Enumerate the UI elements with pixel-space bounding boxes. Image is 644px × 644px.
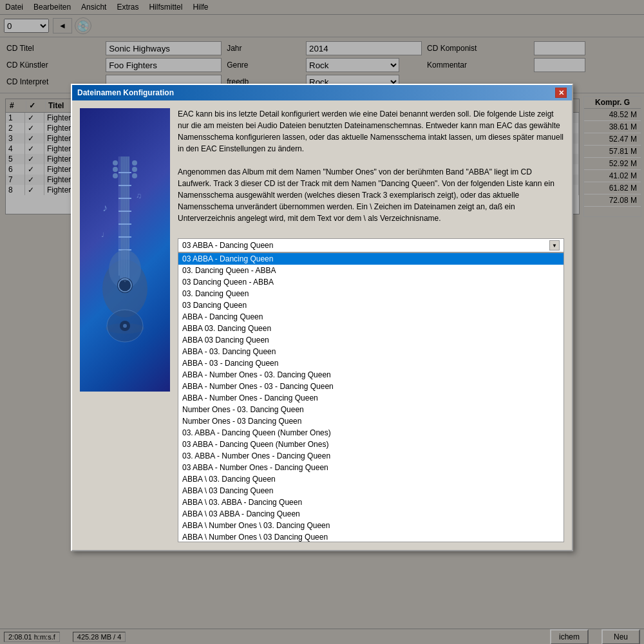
list-item[interactable]: ABBA - 03. Dancing Queen (178, 346, 564, 357)
list-item[interactable]: 03. Dancing Queen (178, 288, 564, 299)
list-item[interactable]: ABBA \ 03. ABBA - Dancing Queen (178, 497, 564, 508)
dropdown-list[interactable]: 03 ABBA - Dancing Queen03. Dancing Queen… (178, 252, 564, 542)
list-item[interactable]: Number Ones - 03. Dancing Queen (178, 404, 564, 415)
list-item[interactable]: ABBA \ 03. Dancing Queen (178, 473, 564, 485)
modal-title: Dateinamen Konfiguration (77, 88, 174, 97)
list-item[interactable]: ABBA 03. Dancing Queen (178, 323, 564, 334)
dropdown-selected-text: 03 ABBA - Dancing Queen (182, 241, 273, 250)
modal-close-button[interactable]: ✕ (555, 88, 567, 98)
svg-point-11 (132, 160, 137, 166)
svg-text:♩: ♩ (101, 231, 104, 238)
list-item[interactable]: ABBA \ Number Ones \ 03 Dancing Queen (178, 531, 564, 542)
list-item[interactable]: ABBA - 03 - Dancing Queen (178, 357, 564, 369)
svg-point-13 (132, 173, 137, 178)
modal-body: ♪ ♫ ♩ EAC kann bis ins letzte Detail (72, 100, 572, 550)
modal-content: EAC kann bis ins letzte Detail konfiguri… (178, 108, 564, 542)
list-item[interactable]: 03. ABBA - Number Ones - Dancing Queen (178, 450, 564, 462)
svg-point-10 (113, 173, 118, 178)
list-item[interactable]: 03 ABBA - Number Ones - Dancing Queen (178, 462, 564, 473)
list-item[interactable]: 03. Dancing Queen - ABBA (178, 265, 564, 276)
modal-description-2: Angenommen das Album mit dem Namen "Numb… (178, 166, 564, 229)
list-item[interactable]: ABBA \ 03 Dancing Queen (178, 485, 564, 497)
list-item[interactable]: ABBA \ 03 ABBA - Dancing Queen (178, 508, 564, 520)
svg-point-12 (132, 167, 137, 172)
list-item[interactable]: 03 ABBA - Dancing Queen (178, 253, 564, 265)
list-item[interactable]: ABBA - Number Ones - Dancing Queen (178, 392, 564, 404)
list-item[interactable]: 03 ABBA - Dancing Queen (Number Ones) (178, 439, 564, 450)
list-item[interactable]: ABBA \ Number Ones \ 03. Dancing Queen (178, 520, 564, 531)
svg-point-8 (113, 160, 118, 166)
list-item[interactable]: Number Ones - 03 Dancing Queen (178, 415, 564, 427)
list-item[interactable]: 03 Dancing Queen (178, 299, 564, 311)
modal-image: ♪ ♫ ♩ (80, 108, 170, 392)
modal-overlay: Dateinamen Konfiguration ✕ (0, 0, 644, 644)
svg-text:♫: ♫ (136, 191, 142, 200)
modal-description-1: EAC kann bis ins letzte Detail konfiguri… (178, 108, 564, 160)
list-item[interactable]: ABBA - Number Ones - 03 - Dancing Queen (178, 381, 564, 392)
dropdown-selected[interactable]: 03 ABBA - Dancing Queen ▼ (178, 238, 564, 252)
list-item[interactable]: ABBA 03 Dancing Queen (178, 334, 564, 346)
list-item[interactable]: 03. ABBA - Dancing Queen (Number Ones) (178, 427, 564, 439)
modal-titlebar: Dateinamen Konfiguration ✕ (72, 85, 572, 100)
dropdown-container: 03 ABBA - Dancing Queen ▼ 03 ABBA - Danc… (178, 238, 564, 542)
guitar-illustration: ♪ ♫ ♩ (96, 153, 154, 346)
dateinamen-dialog: Dateinamen Konfiguration ✕ (71, 84, 573, 551)
svg-text:♪: ♪ (102, 202, 108, 213)
svg-point-30 (123, 324, 127, 328)
list-item[interactable]: ABBA - Dancing Queen (178, 311, 564, 323)
list-item[interactable]: ABBA - Number Ones - 03. Dancing Queen (178, 369, 564, 381)
svg-point-9 (113, 167, 118, 172)
list-item[interactable]: 03 Dancing Queen - ABBA (178, 276, 564, 288)
dropdown-arrow-icon: ▼ (549, 240, 560, 251)
